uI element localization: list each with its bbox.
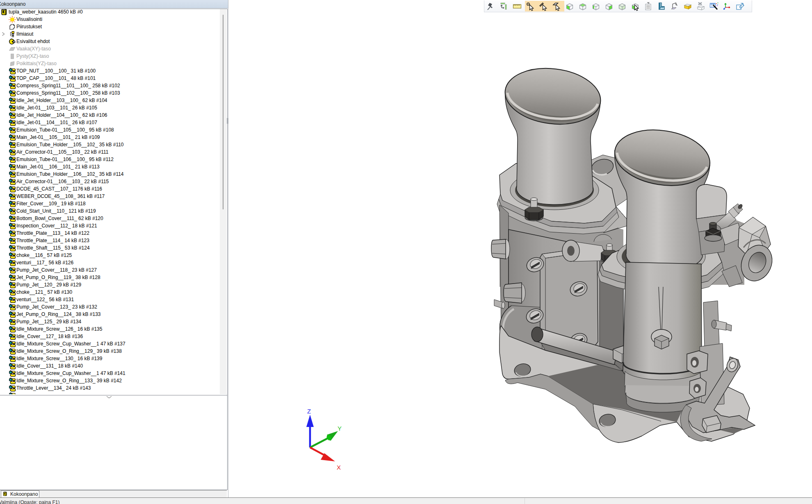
svg-text:Y: Y xyxy=(338,425,342,432)
svg-text:X: X xyxy=(337,464,341,471)
svg-text:Z: Z xyxy=(307,408,311,415)
